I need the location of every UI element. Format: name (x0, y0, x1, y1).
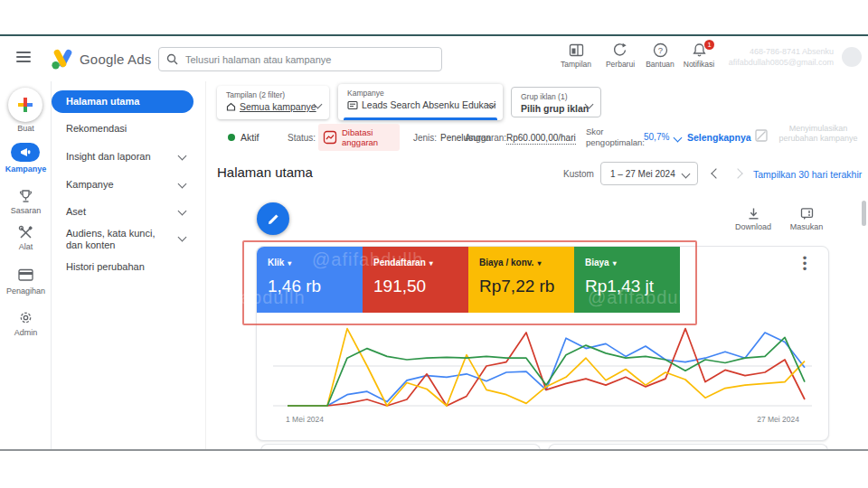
svg-text:?: ? (657, 45, 662, 55)
date-range-value: 1 – 27 Mei 2024 (610, 169, 675, 179)
trophy-icon (18, 189, 33, 204)
menu-icon[interactable] (16, 52, 31, 62)
performance-line-chart (266, 319, 819, 418)
campaign-filter-value: Leads Search Absenku Edukasi (362, 99, 495, 110)
date-range-selector[interactable]: 1 – 27 Mei 2024 (600, 162, 698, 185)
sidebar-item-histori-perubahan[interactable]: Histori perubahan (66, 261, 145, 272)
tampilan-button[interactable]: Tampilan (555, 42, 597, 69)
sidebar-item-audiens[interactable]: Audiens, kata kunci, dan konten (66, 228, 173, 251)
appearance-icon (569, 42, 584, 58)
dropdown-caret-icon: ▾ (537, 259, 541, 267)
adgroup-filter-chip[interactable]: Grup iklan (1) Pilih grup iklan (511, 87, 601, 117)
show-last-30-days-link[interactable]: Tampilkan 30 hari terakhir (753, 169, 862, 180)
feedback-button[interactable]: Masukan (782, 207, 831, 231)
budget-label: Anggaran: (465, 133, 506, 143)
billing-card-icon (18, 268, 33, 282)
account-email: afifabdullah0805@gmail.com (729, 57, 834, 68)
search-icon (166, 53, 178, 65)
rail-item-sasaran-label: Sasaran (0, 206, 52, 215)
create-button[interactable] (8, 88, 42, 122)
budget-chart-icon (323, 130, 337, 145)
card-menu-icon[interactable]: ••• (800, 256, 809, 272)
view-filter-chip[interactable]: Tampilan (2 filter) Semua kampanye (217, 86, 329, 119)
sidebar-item-rekomendasi[interactable]: Rekomendasi (66, 123, 127, 134)
rail-item-sasaran[interactable] (18, 189, 33, 204)
metric-value-pendaftaran: 191,50 (373, 277, 426, 296)
rail-item-admin[interactable] (18, 310, 33, 325)
type-label: Jenis: (413, 133, 437, 143)
rail-item-penagihan[interactable] (18, 268, 33, 284)
simulate-label: Menyimulasikan perubahan kampanye (774, 124, 863, 144)
optiscore-value[interactable]: 50,7% (644, 132, 669, 142)
next-range-icon[interactable] (732, 168, 742, 178)
view-filter-value: Semua kampanye (240, 101, 316, 112)
rail-item-penagihan-label: Penagihan (0, 286, 52, 296)
x-axis-start-label: 1 Mei 2024 (286, 415, 324, 424)
metric-card-biaya-konv[interactable]: Biaya / konv.▾ Rp7,22 rb (468, 247, 574, 313)
download-icon (747, 207, 760, 221)
chevron-down-icon[interactable] (674, 134, 683, 143)
rail-item-buat-label: Buat (0, 124, 52, 133)
search-bar[interactable] (158, 47, 442, 71)
campaign-filter-chip[interactable]: Kampanye Leads Search Absenku Edukasi (338, 84, 503, 120)
campaign-icon (347, 100, 358, 110)
previous-range-icon[interactable] (711, 168, 721, 178)
rail-item-admin-label: Admin (0, 328, 52, 337)
download-button[interactable]: Download (729, 207, 778, 231)
page-title: Halaman utama (217, 164, 313, 180)
account-info: 468-786-8741 Absenku afifabdullah0805@gm… (729, 46, 834, 68)
x-axis-end-label: 27 Mei 2024 (757, 415, 799, 424)
budget-value[interactable]: Rp60.000,00/hari (506, 133, 576, 145)
perbarui-button[interactable]: Perbarui (599, 42, 641, 69)
more-link[interactable]: Selengkapnya (687, 132, 751, 143)
metric-value-klik: 1,46 rb (268, 277, 321, 296)
bantuan-button[interactable]: ? Bantuan (639, 42, 681, 69)
pencil-icon (267, 212, 280, 226)
rail-item-kampanye-label: Kampanye (0, 164, 52, 174)
scrollbar-thumb[interactable] (862, 201, 866, 226)
search-input[interactable] (184, 53, 431, 66)
dropdown-caret-icon: ▾ (288, 259, 291, 267)
metric-card-pendaftaran[interactable]: Pendaftaran▾ 191,50 (363, 247, 468, 313)
google-ads-screen: Google Ads Tampilan Perbarui ? Bantuan (0, 0, 868, 488)
simulate-icon (754, 128, 769, 143)
metric-card-klik[interactable]: Klik▾ 1,46 rb (257, 247, 363, 313)
sidebar-item-aset[interactable]: Aset (66, 206, 86, 217)
notification-badge: 1 (704, 40, 714, 50)
google-ads-logo-icon (51, 48, 75, 70)
series-biaya (288, 337, 805, 406)
rail-item-alat-label: Alat (0, 242, 52, 251)
bottom-margin (0, 451, 868, 488)
active-status-dot (228, 134, 235, 141)
avatar[interactable] (842, 47, 862, 67)
rail-item-alat[interactable] (18, 225, 33, 240)
range-type-label: Kustom (563, 169, 594, 179)
megaphone-icon (20, 147, 32, 157)
overview-card: Klik▾ 1,46 rb Pendaftaran▾ 191,50 Biaya … (256, 246, 829, 441)
metric-value-biaya-konv: Rp7,22 rb (479, 277, 554, 296)
tools-icon (18, 225, 33, 240)
sidebar-item-halaman-utama[interactable]: Halaman utama (52, 90, 193, 113)
window-top-edge (0, 34, 868, 36)
feedback-icon (800, 207, 814, 221)
plus-icon (18, 98, 33, 112)
dropdown-caret-icon: ▾ (613, 259, 617, 267)
edit-button[interactable] (257, 202, 289, 235)
app-rail (0, 81, 52, 450)
brand-name: Google Ads (80, 52, 152, 67)
sidebar-item-insight-dan-laporan[interactable]: Insight dan laporan (66, 151, 151, 162)
metric-card-biaya[interactable]: Biaya▾ Rp1,43 jt (574, 247, 680, 313)
chevron-down-icon (682, 170, 691, 179)
gear-icon (18, 310, 33, 325)
status-value-line1: Dibatasi (342, 127, 378, 137)
budget-limited-chip[interactable]: Dibatasi anggaran (318, 124, 400, 151)
dropdown-caret-icon: ▾ (429, 259, 433, 267)
rail-item-kampanye[interactable] (11, 143, 40, 162)
help-icon: ? (653, 42, 668, 58)
refresh-icon (613, 42, 627, 58)
sidebar-item-kampanye[interactable]: Kampanye (66, 179, 114, 190)
series-klik (288, 333, 805, 406)
series-pendaftaran (288, 329, 805, 406)
optiscore-label: Skor pengoptimalan: (586, 127, 644, 148)
status-value-line2: anggaran (342, 137, 378, 147)
